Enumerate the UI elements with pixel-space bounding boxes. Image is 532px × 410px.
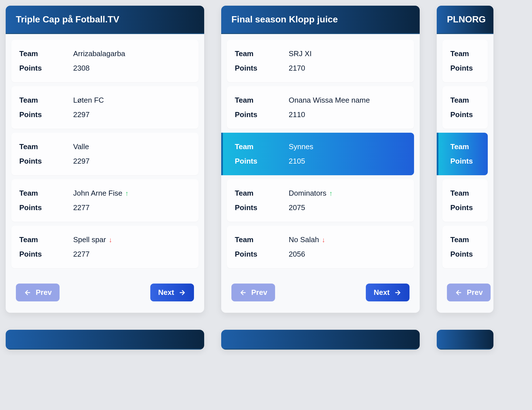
- next-label: Next: [374, 288, 390, 297]
- table-row[interactable]: TeamOnana Wissa Mee namePoints2110: [227, 86, 414, 129]
- points-label: Points: [235, 110, 289, 119]
- card-body: TeamPointsTeamPointsTeamPointsTeamPoints…: [437, 34, 493, 278]
- team-line: Team: [450, 93, 480, 107]
- points-value: 2277: [73, 250, 90, 259]
- points-value: 2075: [289, 203, 305, 212]
- arrow-right-icon: [394, 289, 402, 297]
- table-row[interactable]: TeamPoints: [442, 40, 488, 82]
- team-label: Team: [450, 142, 493, 151]
- prev-button[interactable]: Prev: [447, 284, 491, 301]
- team-label: Team: [235, 235, 289, 244]
- points-label: Points: [19, 250, 73, 259]
- points-value: 2308: [73, 64, 90, 73]
- table-row[interactable]: TeamPoints: [437, 133, 488, 175]
- table-row[interactable]: TeamPoints: [442, 179, 488, 222]
- prev-label: Prev: [251, 288, 267, 297]
- points-value: 2105: [289, 157, 305, 166]
- team-line: TeamSRJ XI: [235, 47, 406, 61]
- points-label: Points: [235, 250, 289, 259]
- team-label: Team: [235, 189, 289, 198]
- points-line: Points2277: [19, 200, 191, 215]
- points-label: Points: [235, 64, 289, 73]
- table-row[interactable]: TeamPoints: [442, 86, 488, 129]
- team-line: TeamNo Salah↓: [235, 233, 406, 247]
- arrow-down-icon: ↓: [322, 236, 325, 244]
- next-button[interactable]: Next: [150, 284, 194, 301]
- arrow-left-icon: [455, 289, 463, 297]
- team-name: Dominators: [289, 189, 326, 198]
- points-label: Points: [19, 110, 73, 119]
- table-row[interactable]: TeamDominators↑Points2075: [227, 179, 414, 222]
- points-label: Points: [450, 203, 493, 212]
- team-label: Team: [235, 96, 289, 105]
- team-name: Valle: [73, 142, 89, 151]
- table-row[interactable]: TeamVallePoints2297: [11, 133, 199, 175]
- team-label: Team: [450, 189, 493, 198]
- next-button[interactable]: Next: [366, 284, 409, 301]
- table-row[interactable]: TeamLøten FCPoints2297: [11, 86, 199, 129]
- team-name: Spell spar: [73, 235, 106, 244]
- arrow-left-icon: [239, 289, 247, 297]
- team-name: SRJ XI: [289, 49, 312, 58]
- table-row[interactable]: TeamArrizabalagarbaPoints2308: [11, 40, 199, 82]
- points-label: Points: [235, 157, 289, 166]
- card-stub-header: [437, 330, 493, 350]
- points-label: Points: [235, 203, 289, 212]
- points-label: Points: [19, 157, 73, 166]
- points-value: 2056: [289, 250, 305, 259]
- team-value: Spell spar↓: [73, 235, 112, 244]
- points-line: Points2105: [235, 154, 406, 168]
- points-value: 2297: [73, 110, 90, 119]
- points-line: Points2110: [235, 107, 406, 122]
- league-card: Final season Klopp juiceTeamSRJ XIPoints…: [221, 6, 420, 313]
- points-line: Points: [450, 61, 480, 75]
- arrow-up-icon: ↑: [125, 189, 128, 197]
- table-row[interactable]: TeamJohn Arne Fise↑Points2277: [11, 179, 199, 222]
- arrow-left-icon: [24, 289, 32, 297]
- team-label: Team: [19, 235, 73, 244]
- points-line: Points2075: [235, 200, 406, 215]
- team-name: Synnes: [289, 142, 313, 151]
- team-value: Valle: [73, 142, 89, 151]
- points-line: Points: [450, 154, 480, 168]
- points-line: Points2308: [19, 61, 191, 75]
- team-value: Onana Wissa Mee name: [289, 96, 370, 105]
- league-card: PLNORGTeamPointsTeamPointsTeamPointsTeam…: [437, 6, 493, 313]
- card-stub: [221, 330, 420, 350]
- table-row[interactable]: TeamSRJ XIPoints2170: [227, 40, 414, 82]
- team-name: Løten FC: [73, 96, 104, 105]
- second-row-placeholder: [6, 330, 526, 350]
- card-body: TeamSRJ XIPoints2170TeamOnana Wissa Mee …: [221, 34, 420, 278]
- table-row[interactable]: TeamNo Salah↓Points2056: [227, 226, 414, 268]
- points-value: 2110: [289, 110, 305, 119]
- card-title: Final season Klopp juice: [221, 6, 420, 34]
- team-line: TeamSpell spar↓: [19, 233, 191, 247]
- prev-button[interactable]: Prev: [231, 284, 275, 301]
- points-line: Points2170: [235, 61, 406, 75]
- team-value: Løten FC: [73, 96, 104, 105]
- team-label: Team: [450, 235, 493, 244]
- arrow-up-icon: ↑: [329, 189, 333, 197]
- table-row[interactable]: TeamSynnesPoints2105: [221, 133, 414, 175]
- prev-label: Prev: [467, 288, 483, 297]
- card-stub-header: [6, 330, 204, 350]
- table-row[interactable]: TeamSpell spar↓Points2277: [11, 226, 199, 268]
- points-line: Points2297: [19, 154, 191, 168]
- team-label: Team: [235, 142, 289, 151]
- team-line: TeamDominators↑: [235, 186, 406, 200]
- prev-button[interactable]: Prev: [16, 284, 60, 301]
- points-label: Points: [450, 64, 493, 73]
- card-title: PLNORG: [437, 6, 493, 34]
- team-label: Team: [19, 142, 73, 151]
- card-stub: [437, 330, 493, 350]
- team-value: Dominators↑: [289, 189, 333, 198]
- team-line: Team: [450, 233, 480, 247]
- team-line: TeamLøten FC: [19, 93, 191, 107]
- team-line: TeamValle: [19, 140, 191, 154]
- team-label: Team: [19, 96, 73, 105]
- table-row[interactable]: TeamPoints: [442, 226, 488, 268]
- team-label: Team: [19, 49, 73, 58]
- team-value: Synnes: [289, 142, 313, 151]
- points-line: Points2277: [19, 247, 191, 261]
- team-line: TeamSynnes: [235, 140, 406, 154]
